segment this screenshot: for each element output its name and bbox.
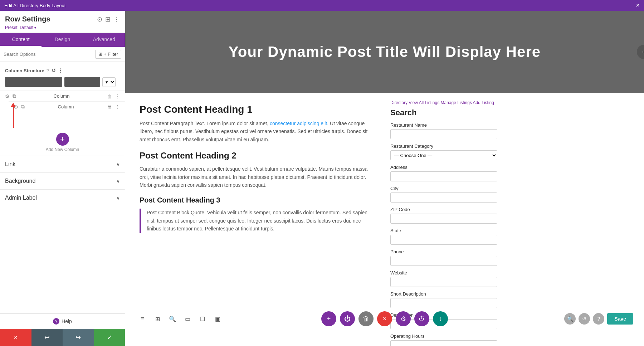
label-phone: Phone	[390, 249, 497, 254]
filter-icon: ⊞	[98, 52, 102, 57]
input-city[interactable]	[390, 193, 497, 203]
redo-button[interactable]: ↪	[63, 329, 94, 346]
tab-advanced[interactable]: Advanced	[83, 33, 125, 47]
tab-design[interactable]: Design	[42, 33, 83, 47]
drag-handle[interactable]: ↔	[637, 45, 644, 59]
nav-all-listings[interactable]: All Listings	[419, 100, 439, 105]
tab-content[interactable]: Content	[0, 33, 42, 47]
close-icon[interactable]: ×	[636, 2, 640, 9]
input-phone[interactable]	[390, 256, 497, 266]
column-row-2: ⚙ ⧉ Column 🗑 ⋮	[9, 101, 125, 112]
input-short-desc[interactable]	[390, 298, 497, 308]
chevron-down-icon-2: ∨	[116, 178, 120, 184]
chevron-down-icon-3: ∨	[116, 195, 120, 201]
post-blockquote-text: Post Content Block Quote. Vehicula velit…	[147, 210, 367, 232]
toolbar-close-button[interactable]: ×	[377, 311, 392, 326]
toolbar-add-button[interactable]: +	[321, 311, 336, 326]
col-block-narrow[interactable]	[64, 77, 100, 87]
toolbar-search-icon[interactable]: 🔍	[166, 312, 179, 325]
cancel-button[interactable]: ×	[0, 329, 31, 346]
toolbar-delete-button[interactable]: 🗑	[358, 311, 374, 326]
nav-add-listing[interactable]: Add Listing	[473, 100, 494, 105]
col-block-wide[interactable]	[5, 77, 62, 87]
add-column-label: Add New Column	[46, 147, 79, 152]
sidebar-title-icons: ⊙ ⊞ ⋮	[97, 15, 120, 23]
search-sidebar-nav: Directory View All Listings Manage Listi…	[390, 100, 497, 105]
nav-directory-view[interactable]: Directory View	[390, 100, 418, 105]
accordion-link: Link ∨	[0, 156, 125, 172]
toolbar-mobile-icon[interactable]: ☐	[196, 312, 209, 325]
post-blockquote: Post Content Block Quote. Vehicula velit…	[140, 209, 369, 233]
accordion-background-header[interactable]: Background ∨	[0, 173, 125, 189]
toolbar-settings-button[interactable]: ⚙	[396, 311, 411, 326]
col1-delete-icon[interactable]: 🗑	[107, 93, 112, 99]
input-restaurant-name[interactable]	[390, 129, 497, 139]
col1-copy-icon[interactable]: ⧉	[13, 93, 16, 99]
col2-delete-icon[interactable]: 🗑	[107, 104, 112, 110]
form-phone: Phone	[390, 249, 497, 266]
select-restaurant-category[interactable]: — Choose One —	[390, 150, 497, 160]
col-dropdown[interactable]: ▾	[102, 77, 116, 87]
settings-icon[interactable]: ⊙	[97, 15, 102, 23]
save-button[interactable]: Save	[607, 313, 633, 325]
confirm-button[interactable]: ✓	[94, 329, 126, 346]
toolbar-tablet-icon[interactable]: ▭	[181, 312, 194, 325]
columns-icon[interactable]: ⊞	[105, 15, 111, 23]
post-para-1-link[interactable]: consectetur adipiscing elit.	[270, 121, 328, 126]
form-restaurant-category: Restaurant Category — Choose One —	[390, 143, 497, 160]
sidebar-content: Column Structure ? ↺ ⋮ ▾ ⚙ ⧉ Column 🗑 ⋮	[0, 62, 125, 313]
sidebar-tabs: Content Design Advanced	[0, 33, 125, 47]
col2-label: Column	[28, 104, 104, 109]
col-row-2-inner: ⚙ ⧉ Column 🗑 ⋮	[9, 101, 125, 112]
col2-more-icon[interactable]: ⋮	[115, 104, 120, 110]
form-address: Address	[390, 165, 497, 181]
col1-settings-icon[interactable]: ⚙	[5, 93, 10, 99]
toolbar-sort-button[interactable]: ↕	[433, 311, 448, 326]
label-city: City	[390, 186, 497, 191]
form-state: State	[390, 228, 497, 245]
filter-button[interactable]: ⊞ + Filter	[95, 50, 121, 59]
post-heading-3: Post Content Heading 3	[140, 196, 369, 204]
input-state[interactable]	[390, 235, 497, 245]
help-text[interactable]: Help	[62, 318, 72, 324]
input-website[interactable]	[390, 277, 497, 287]
input-address[interactable]	[390, 171, 497, 181]
reset-icon[interactable]: ↺	[52, 68, 56, 73]
post-para-2: Curabitur a commodo sapien, at pellentes…	[140, 165, 369, 189]
label-restaurant-name: Restaurant Name	[390, 122, 497, 128]
label-restaurant-category: Restaurant Category	[390, 143, 497, 149]
col-row-2-wrapper: ⚙ ⧉ Column 🗑 ⋮	[0, 101, 125, 129]
form-restaurant-name: Restaurant Name	[390, 122, 497, 139]
col2-copy-icon[interactable]: ⧉	[21, 104, 25, 110]
input-zip[interactable]	[390, 214, 497, 224]
preset-label[interactable]: Preset: Default	[5, 25, 36, 30]
label-website: Website	[390, 270, 497, 276]
form-short-desc: Short Description	[390, 291, 497, 308]
input-operating-hours[interactable]	[390, 340, 497, 346]
col1-label: Column	[19, 93, 104, 99]
toolbar-menu-icon[interactable]: ≡	[136, 312, 149, 325]
label-operating-hours: Operating Hours	[390, 333, 497, 339]
col1-more-icon[interactable]: ⋮	[115, 93, 120, 99]
accordion-admin-label-header[interactable]: Admin Label ∨	[0, 190, 125, 206]
accordion-link-header[interactable]: Link ∨	[0, 156, 125, 172]
accordion-admin-label-title: Admin Label	[5, 195, 37, 201]
column-structure-text: Column Structure	[5, 68, 44, 73]
column-structure: ▾	[0, 75, 125, 91]
toolbar-history-button[interactable]: ⏱	[414, 311, 429, 326]
toolbar-grid-icon[interactable]: ⊞	[151, 312, 164, 325]
sidebar-bottom: ? Help	[0, 313, 125, 329]
add-column-button[interactable]: + Add New Column	[0, 129, 125, 156]
chevron-down-icon: ∨	[116, 161, 120, 167]
toolbar-fullscreen-icon[interactable]: ▣	[211, 312, 224, 325]
nav-manage-listings[interactable]: Manage Listings	[441, 100, 472, 105]
more-cols-icon[interactable]: ⋮	[58, 68, 63, 73]
toolbar-power-button[interactable]: ⏻	[340, 311, 355, 326]
help-icon[interactable]: ?	[47, 68, 50, 73]
undo-button[interactable]: ↩	[31, 329, 63, 346]
help-circle-icon: ?	[53, 318, 59, 325]
form-operating-hours: Operating Hours	[390, 333, 497, 346]
post-para-1: Post Content Paragraph Text. Lorem ipsum…	[140, 120, 369, 143]
more-icon[interactable]: ⋮	[113, 15, 120, 23]
search-input[interactable]	[4, 52, 93, 57]
